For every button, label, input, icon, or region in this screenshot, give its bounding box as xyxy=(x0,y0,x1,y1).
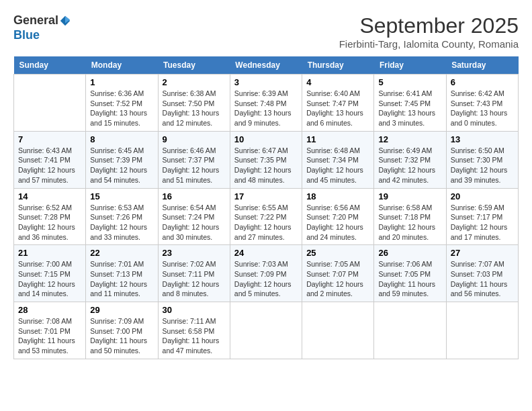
day-info: Sunrise: 7:06 AMSunset: 7:05 PMDaylight:… xyxy=(378,259,441,299)
calendar-cell xyxy=(302,302,374,359)
day-header-thursday: Thursday xyxy=(302,56,374,75)
day-number: 10 xyxy=(234,134,298,144)
day-number: 2 xyxy=(163,77,226,87)
calendar-cell: 21Sunrise: 7:00 AMSunset: 7:15 PMDayligh… xyxy=(14,245,86,302)
day-info: Sunrise: 6:45 AMSunset: 7:39 PMDaylight:… xyxy=(90,146,153,185)
day-header-saturday: Saturday xyxy=(446,56,518,75)
calendar-cell: 10Sunrise: 6:47 AMSunset: 7:35 PMDayligh… xyxy=(230,131,302,188)
day-info: Sunrise: 6:39 AMSunset: 7:48 PMDaylight:… xyxy=(234,89,298,128)
day-number: 14 xyxy=(18,191,81,201)
calendar-cell: 24Sunrise: 7:03 AMSunset: 7:09 PMDayligh… xyxy=(230,245,302,302)
day-info: Sunrise: 6:40 AMSunset: 7:47 PMDaylight:… xyxy=(306,89,369,128)
day-info: Sunrise: 6:38 AMSunset: 7:50 PMDaylight:… xyxy=(163,89,226,128)
day-info: Sunrise: 6:41 AMSunset: 7:45 PMDaylight:… xyxy=(378,89,441,128)
day-info: Sunrise: 6:46 AMSunset: 7:37 PMDaylight:… xyxy=(163,146,226,185)
day-number: 25 xyxy=(306,248,369,258)
day-number: 6 xyxy=(451,77,514,87)
calendar-cell: 25Sunrise: 7:05 AMSunset: 7:07 PMDayligh… xyxy=(302,245,374,302)
day-number: 11 xyxy=(306,134,369,144)
day-info: Sunrise: 6:48 AMSunset: 7:34 PMDaylight:… xyxy=(306,146,369,185)
week-row-5: 28Sunrise: 7:08 AMSunset: 7:01 PMDayligh… xyxy=(14,302,519,359)
day-info: Sunrise: 6:59 AMSunset: 7:17 PMDaylight:… xyxy=(451,203,514,242)
day-info: Sunrise: 7:02 AMSunset: 7:11 PMDaylight:… xyxy=(163,259,226,299)
calendar-cell: 20Sunrise: 6:59 AMSunset: 7:17 PMDayligh… xyxy=(446,188,518,245)
day-header-tuesday: Tuesday xyxy=(158,56,230,75)
page-header: General Blue September 2025 Fierbinti-Ta… xyxy=(13,13,519,50)
calendar-cell: 30Sunrise: 7:11 AMSunset: 6:58 PMDayligh… xyxy=(158,302,230,359)
calendar-cell: 2Sunrise: 6:38 AMSunset: 7:50 PMDaylight… xyxy=(158,75,230,132)
month-title: September 2025 xyxy=(339,13,519,38)
day-number: 1 xyxy=(90,77,153,87)
calendar-cell: 29Sunrise: 7:09 AMSunset: 7:00 PMDayligh… xyxy=(86,302,158,359)
logo: General Blue xyxy=(13,13,72,42)
day-number: 8 xyxy=(90,134,153,144)
calendar-cell: 5Sunrise: 6:41 AMSunset: 7:45 PMDaylight… xyxy=(374,75,446,132)
day-number: 18 xyxy=(306,191,369,201)
calendar-cell: 18Sunrise: 6:56 AMSunset: 7:20 PMDayligh… xyxy=(302,188,374,245)
day-number: 23 xyxy=(163,248,226,258)
day-number: 21 xyxy=(18,248,81,258)
location-subtitle: Fierbinti-Targ, Ialomita County, Romania xyxy=(339,38,519,50)
day-number: 17 xyxy=(234,191,298,201)
day-number: 27 xyxy=(451,248,514,258)
calendar-cell: 11Sunrise: 6:48 AMSunset: 7:34 PMDayligh… xyxy=(302,131,374,188)
day-info: Sunrise: 7:08 AMSunset: 7:01 PMDaylight:… xyxy=(18,316,81,356)
week-row-3: 14Sunrise: 6:52 AMSunset: 7:28 PMDayligh… xyxy=(14,188,519,245)
day-info: Sunrise: 6:43 AMSunset: 7:41 PMDaylight:… xyxy=(18,146,81,185)
week-row-4: 21Sunrise: 7:00 AMSunset: 7:15 PMDayligh… xyxy=(14,245,519,302)
day-header-sunday: Sunday xyxy=(14,56,86,75)
day-number: 4 xyxy=(306,77,369,87)
day-info: Sunrise: 7:00 AMSunset: 7:15 PMDaylight:… xyxy=(18,259,81,299)
day-number: 30 xyxy=(163,305,226,315)
calendar-cell: 27Sunrise: 7:07 AMSunset: 7:03 PMDayligh… xyxy=(446,245,518,302)
day-number: 28 xyxy=(18,305,81,315)
calendar-cell: 3Sunrise: 6:39 AMSunset: 7:48 PMDaylight… xyxy=(230,75,302,132)
title-section: September 2025 Fierbinti-Targ, Ialomita … xyxy=(339,13,519,50)
day-number: 19 xyxy=(378,191,441,201)
calendar-cell xyxy=(446,302,518,359)
calendar-cell xyxy=(14,75,86,132)
day-info: Sunrise: 6:36 AMSunset: 7:52 PMDaylight:… xyxy=(90,89,153,128)
calendar-cell: 13Sunrise: 6:50 AMSunset: 7:30 PMDayligh… xyxy=(446,131,518,188)
calendar-cell: 26Sunrise: 7:06 AMSunset: 7:05 PMDayligh… xyxy=(374,245,446,302)
calendar-cell: 17Sunrise: 6:55 AMSunset: 7:22 PMDayligh… xyxy=(230,188,302,245)
calendar-table: SundayMondayTuesdayWednesdayThursdayFrid… xyxy=(13,56,519,359)
day-number: 13 xyxy=(451,134,514,144)
day-info: Sunrise: 7:11 AMSunset: 6:58 PMDaylight:… xyxy=(163,316,226,356)
logo-blue-text: Blue xyxy=(13,28,40,42)
day-info: Sunrise: 7:09 AMSunset: 7:00 PMDaylight:… xyxy=(90,316,153,356)
calendar-cell: 8Sunrise: 6:45 AMSunset: 7:39 PMDaylight… xyxy=(86,131,158,188)
day-info: Sunrise: 7:01 AMSunset: 7:13 PMDaylight:… xyxy=(90,259,153,299)
day-info: Sunrise: 6:56 AMSunset: 7:20 PMDaylight:… xyxy=(306,203,369,242)
day-header-wednesday: Wednesday xyxy=(230,56,302,75)
calendar-cell xyxy=(230,302,302,359)
day-info: Sunrise: 6:55 AMSunset: 7:22 PMDaylight:… xyxy=(234,203,298,242)
day-number: 7 xyxy=(18,134,81,144)
day-header-monday: Monday xyxy=(86,56,158,75)
calendar-cell: 14Sunrise: 6:52 AMSunset: 7:28 PMDayligh… xyxy=(14,188,86,245)
calendar-cell: 19Sunrise: 6:58 AMSunset: 7:18 PMDayligh… xyxy=(374,188,446,245)
day-number: 16 xyxy=(163,191,226,201)
day-info: Sunrise: 6:47 AMSunset: 7:35 PMDaylight:… xyxy=(234,146,298,185)
day-info: Sunrise: 6:53 AMSunset: 7:26 PMDaylight:… xyxy=(90,203,153,242)
calendar-cell: 23Sunrise: 7:02 AMSunset: 7:11 PMDayligh… xyxy=(158,245,230,302)
calendar-cell: 15Sunrise: 6:53 AMSunset: 7:26 PMDayligh… xyxy=(86,188,158,245)
day-info: Sunrise: 6:42 AMSunset: 7:43 PMDaylight:… xyxy=(451,89,514,128)
calendar-cell xyxy=(374,302,446,359)
calendar-cell: 7Sunrise: 6:43 AMSunset: 7:41 PMDaylight… xyxy=(14,131,86,188)
calendar-cell: 16Sunrise: 6:54 AMSunset: 7:24 PMDayligh… xyxy=(158,188,230,245)
calendar-cell: 6Sunrise: 6:42 AMSunset: 7:43 PMDaylight… xyxy=(446,75,518,132)
day-number: 3 xyxy=(234,77,298,87)
day-info: Sunrise: 6:58 AMSunset: 7:18 PMDaylight:… xyxy=(378,203,441,242)
day-info: Sunrise: 7:05 AMSunset: 7:07 PMDaylight:… xyxy=(306,259,369,299)
day-info: Sunrise: 6:54 AMSunset: 7:24 PMDaylight:… xyxy=(163,203,226,242)
calendar-cell: 4Sunrise: 6:40 AMSunset: 7:47 PMDaylight… xyxy=(302,75,374,132)
calendar-cell: 28Sunrise: 7:08 AMSunset: 7:01 PMDayligh… xyxy=(14,302,86,359)
day-number: 24 xyxy=(234,248,298,258)
day-header-friday: Friday xyxy=(374,56,446,75)
day-info: Sunrise: 7:07 AMSunset: 7:03 PMDaylight:… xyxy=(451,259,514,299)
week-row-1: 1Sunrise: 6:36 AMSunset: 7:52 PMDaylight… xyxy=(14,75,519,132)
calendar-cell: 12Sunrise: 6:49 AMSunset: 7:32 PMDayligh… xyxy=(374,131,446,188)
day-number: 26 xyxy=(378,248,441,258)
day-number: 5 xyxy=(378,77,441,87)
